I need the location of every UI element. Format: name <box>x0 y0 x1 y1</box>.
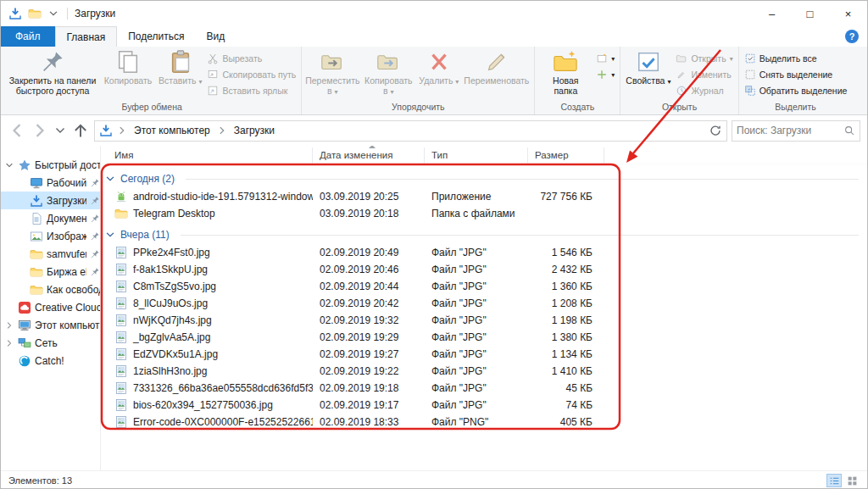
folder-qat-icon[interactable] <box>28 7 42 20</box>
up-button[interactable] <box>71 121 90 140</box>
sidebar-item-10[interactable]: Сеть <box>1 334 100 352</box>
sidebar-item-1[interactable]: Рабочий <box>1 174 100 192</box>
file-row-1-6[interactable]: EdZVDKx5u1A.jpg02.09.2019 19:27Файл "JPG… <box>101 346 867 363</box>
rename-button[interactable]: Переименовать <box>461 48 531 86</box>
column-header-3[interactable]: Размер <box>528 147 604 163</box>
copy-label: Копировать <box>104 75 153 86</box>
details-view-button[interactable] <box>826 474 842 487</box>
invert-selection-button[interactable]: Обратить выделение <box>742 84 850 97</box>
expand-spacer <box>16 214 26 224</box>
file-row-1-5[interactable]: _bgZglvAa5A.jpg02.09.2019 19:29Файл "JPG… <box>101 329 867 346</box>
sidebar-item-4[interactable]: Изображ <box>1 227 100 245</box>
column-header-1[interactable]: Дата изменения <box>313 147 425 163</box>
chevron-down-icon[interactable] <box>4 160 14 170</box>
file-row-1-2[interactable]: C8mTsZgS5vo.jpg02.09.2019 20:44Файл "JPG… <box>101 278 867 295</box>
ribbon-group-organize: Переместить в ▾ Копировать в ▾ Удалить ▾… <box>301 47 534 114</box>
column-header-2[interactable]: Тип <box>425 147 528 163</box>
file-row-0-0[interactable]: android-studio-ide-191.5791312-window...… <box>101 188 867 205</box>
open-button[interactable]: Открыть ▾ <box>673 52 735 65</box>
sidebar-item-11[interactable]: Catch! <box>1 352 100 370</box>
tab-home[interactable]: Главная <box>55 26 118 47</box>
history-button[interactable]: Журнал <box>673 84 735 97</box>
paste-shortcut-button[interactable]: Вставить ярлык <box>204 84 298 97</box>
search-input[interactable] <box>737 125 843 136</box>
file-row-1-3[interactable]: 8_llCuJ9uOs.jpg02.09.2019 20:42Файл "JPG… <box>101 295 867 312</box>
tab-share[interactable]: Поделиться <box>117 26 195 47</box>
file-name-cell: 1ziaSlhH3no.jpg <box>101 364 313 378</box>
easy-access-button[interactable]: ▾ <box>593 68 617 81</box>
file-row-0-1[interactable]: Telegram Desktop03.09.2019 20:18Папка с … <box>101 205 867 222</box>
minimize-button[interactable]: – <box>753 1 791 26</box>
file-date: 02.09.2019 19:29 <box>313 331 425 343</box>
expand-spacer <box>16 285 26 295</box>
qat-customize-chevron-icon[interactable] <box>47 8 59 19</box>
file-row-1-9[interactable]: bios-620x394_1527750036.jpg02.09.2019 19… <box>101 397 867 414</box>
file-row-1-7[interactable]: 1ziaSlhH3no.jpg02.09.2019 19:22Файл "JPG… <box>101 363 867 380</box>
pin-to-quick-access-label: Закрепить на панели быстрого доступа <box>8 75 97 96</box>
open-folder-icon <box>676 53 687 64</box>
group-header-0[interactable]: Сегодня (2) <box>101 169 867 188</box>
breadcrumb-downloads[interactable]: Загрузки <box>231 125 277 136</box>
chevron-right-icon[interactable] <box>4 320 14 331</box>
select-all-button[interactable]: Выделить все <box>742 52 850 65</box>
sidebar-item-5[interactable]: samvufer <box>1 245 100 263</box>
breadcrumb-chevron-icon <box>216 125 228 136</box>
group-header-1[interactable]: Вчера (11) <box>101 225 867 244</box>
sidebar-item-9[interactable]: Этот компьют <box>1 316 100 334</box>
file-row-1-10[interactable]: Error-code-0XC000000F-e1525252266131...0… <box>101 414 867 431</box>
move-to-button[interactable]: Переместить в ▾ <box>304 48 360 98</box>
file-row-1-8[interactable]: 7331326_66ba36ae055558dcd636fd5f33b1...0… <box>101 380 867 397</box>
view-toggles <box>826 474 860 487</box>
recent-locations-chevron-icon[interactable] <box>53 121 67 140</box>
file-name-cell: f-8ak1SkkpU.jpg <box>101 263 313 276</box>
group-chevron-down-icon[interactable] <box>104 173 116 185</box>
column-header-0[interactable]: Имя <box>101 147 313 163</box>
file-row-1-1[interactable]: f-8ak1SkkpU.jpg02.09.2019 20:46Файл "JPG… <box>101 261 867 278</box>
pin-to-quick-access-button[interactable]: Закрепить на панели быстрого доступа <box>5 48 100 97</box>
breadcrumb-this-pc[interactable]: Этот компьютер <box>131 125 213 136</box>
expand-spacer <box>16 267 26 277</box>
chevron-right-icon[interactable] <box>4 338 14 348</box>
sidebar-item-2[interactable]: Загрузки <box>1 192 100 209</box>
forward-button[interactable] <box>31 121 49 140</box>
file-date: 02.09.2019 19:27 <box>313 348 425 360</box>
sidebar-item-7[interactable]: Как освобод <box>1 281 100 298</box>
address-bar[interactable]: Этот компьютер Загрузки <box>94 120 727 142</box>
edit-button[interactable]: Изменить <box>673 68 735 81</box>
group-chevron-down-icon[interactable] <box>104 229 116 241</box>
file-date: 02.09.2019 19:18 <box>313 382 425 394</box>
paste-button[interactable]: Вставить ▾ <box>156 48 204 88</box>
properties-check-icon <box>636 49 661 75</box>
properties-button[interactable]: Свойства ▾ <box>623 48 673 88</box>
help-icon[interactable]: ? <box>845 30 859 43</box>
cut-button[interactable]: Вырезать <box>204 52 298 65</box>
maximize-button[interactable]: □ <box>791 1 829 26</box>
file-size: 1 410 КБ <box>528 365 604 377</box>
sidebar-item-0[interactable]: Быстрый дост <box>1 156 100 174</box>
close-button[interactable]: × <box>829 1 867 26</box>
new-item-button[interactable]: ▾ <box>593 52 617 65</box>
file-row-1-0[interactable]: PPke2x4Fst0.jpg02.09.2019 20:49Файл "JPG… <box>101 244 867 261</box>
sidebar-item-6[interactable]: Биржа eb <box>1 263 100 281</box>
file-type: Файл "JPG" <box>425 281 528 292</box>
file-date: 02.09.2019 19:22 <box>313 365 425 377</box>
tab-view[interactable]: Вид <box>195 26 236 47</box>
sidebar-item-8[interactable]: Creative Clouc <box>1 298 100 316</box>
search-box[interactable] <box>732 120 860 142</box>
delete-button[interactable]: Удалить ▾ <box>416 48 461 88</box>
refresh-icon[interactable] <box>709 121 722 140</box>
new-folder-button[interactable]: Новая папка <box>537 48 593 97</box>
thumbnails-view-button[interactable] <box>844 474 860 487</box>
back-button[interactable] <box>8 121 26 140</box>
copy-path-button[interactable]: Скопировать путь <box>204 68 298 81</box>
select-none-button[interactable]: Снять выделение <box>742 68 850 81</box>
move-to-icon <box>320 49 345 75</box>
file-type: Приложение <box>425 191 528 203</box>
copy-to-button[interactable]: Копировать в ▾ <box>360 48 416 98</box>
copy-to-icon <box>376 49 401 75</box>
sidebar-item-3[interactable]: Докумен <box>1 209 100 227</box>
copy-button[interactable]: Копировать <box>100 48 156 86</box>
tab-file[interactable]: Файл <box>1 26 55 47</box>
search-icon[interactable] <box>843 125 855 136</box>
file-row-1-4[interactable]: nWjKQd7jh4s.jpg02.09.2019 19:32Файл "JPG… <box>101 312 867 329</box>
